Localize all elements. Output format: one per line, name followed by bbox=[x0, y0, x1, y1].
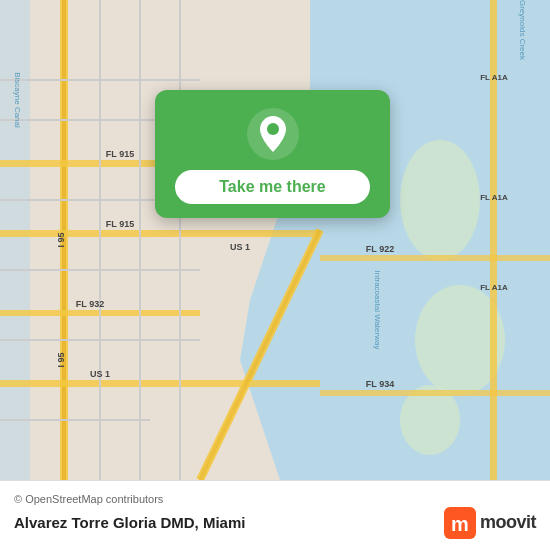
svg-point-42 bbox=[267, 123, 279, 135]
svg-text:FL 934: FL 934 bbox=[366, 379, 394, 389]
map-attribution: © OpenStreetMap contributors bbox=[14, 493, 536, 505]
svg-rect-11 bbox=[0, 380, 320, 387]
svg-rect-9 bbox=[0, 230, 320, 237]
svg-text:FL A1A: FL A1A bbox=[480, 283, 508, 292]
svg-text:m: m bbox=[451, 513, 469, 535]
bottom-bar: © OpenStreetMap contributors Alvarez Tor… bbox=[0, 480, 550, 550]
svg-text:US 1: US 1 bbox=[90, 369, 110, 379]
svg-text:I 95: I 95 bbox=[56, 232, 66, 247]
svg-rect-14 bbox=[490, 0, 497, 480]
moovit-brand-name: moovit bbox=[480, 512, 536, 533]
map-view: I 95 I 95 FL 915 FL 915 FL 932 US 1 US 1… bbox=[0, 0, 550, 480]
location-name: Alvarez Torre Gloria DMD, Miami bbox=[14, 514, 245, 531]
svg-rect-15 bbox=[320, 255, 550, 261]
svg-point-3 bbox=[400, 140, 480, 260]
svg-text:Biscayne Canal: Biscayne Canal bbox=[13, 72, 22, 128]
svg-text:FL A1A: FL A1A bbox=[480, 193, 508, 202]
svg-text:US 1: US 1 bbox=[230, 242, 250, 252]
svg-text:Intracoastal Waterway: Intracoastal Waterway bbox=[373, 271, 382, 350]
moovit-logo: m moovit bbox=[444, 507, 536, 539]
svg-text:Greynolds Creek: Greynolds Creek bbox=[518, 0, 527, 61]
svg-rect-16 bbox=[320, 390, 550, 396]
map-pin-icon bbox=[247, 108, 299, 160]
svg-text:FL 915: FL 915 bbox=[106, 219, 134, 229]
action-card: Take me there bbox=[155, 90, 390, 218]
svg-text:FL 932: FL 932 bbox=[76, 299, 104, 309]
moovit-brand-icon: m bbox=[444, 507, 476, 539]
take-me-there-button[interactable]: Take me there bbox=[175, 170, 370, 204]
svg-text:FL A1A: FL A1A bbox=[480, 73, 508, 82]
svg-text:FL 915: FL 915 bbox=[106, 149, 134, 159]
svg-text:I 95: I 95 bbox=[56, 352, 66, 367]
svg-text:FL 922: FL 922 bbox=[366, 244, 394, 254]
